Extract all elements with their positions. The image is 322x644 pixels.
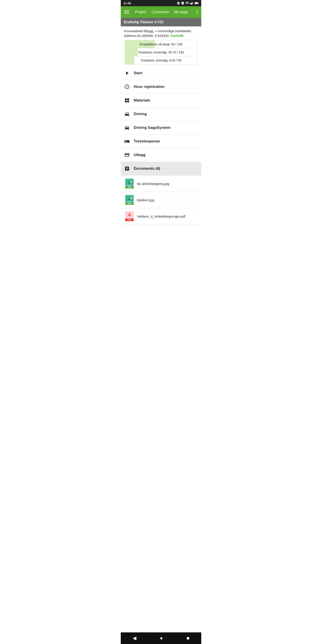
progress-label-2: Trearbeid, utvendig: 6.50 / 50 [125, 58, 197, 62]
progress-label-0: Prosjekttimer så langt: 83 / 200 [125, 42, 197, 46]
car2-icon [124, 125, 130, 130]
menu-item-materials[interactable]: Materials [121, 94, 201, 107]
documents-icon [124, 166, 130, 171]
menu-label-materials: Materials [134, 98, 150, 103]
menu-label-travelexpense: Travelexpense [134, 139, 160, 144]
menu-item-driving[interactable]: Driving [121, 107, 201, 121]
status-time: 11:38 [124, 2, 131, 5]
nav-links: Project Customers My page [133, 8, 193, 16]
doc-item-1[interactable]: JPG Kjokken.jpg [121, 192, 201, 208]
svg-rect-4 [192, 2, 193, 4]
menu-item-travelexpense[interactable]: Travelexpense [121, 134, 201, 148]
signal-icon [190, 2, 194, 5]
documents-list: JPG Ny arbeidstegning.jpg JPG Kjokken.jp… [121, 176, 201, 224]
battery-icon [194, 2, 198, 4]
menu-item-start[interactable]: Start [121, 66, 201, 80]
more-options-button[interactable] [195, 8, 200, 16]
progress-row-2: Trearbeid, utvendig: 6.50 / 50 [125, 56, 197, 64]
status-icons [177, 1, 198, 5]
wifi-icon [185, 2, 189, 5]
menu-label-driving-saga: Driving SagaSystem [134, 126, 170, 130]
status-bar: 11:38 [121, 0, 201, 6]
address-value: 61.458356, 5.816330 [137, 34, 169, 38]
nav-mypage[interactable]: My page [172, 8, 190, 16]
grid-icon [124, 98, 130, 103]
svg-rect-6 [198, 3, 198, 4]
clock-icon [124, 84, 130, 90]
project-info: Grunnarbeid tilbygg, + innvendige trearb… [121, 26, 201, 66]
doc-icon-1: JPG [125, 195, 134, 205]
menu-item-hour-registration[interactable]: Hour registration [121, 80, 201, 94]
project-address: Address:61.458356, 5.816330 -kartsøk [124, 34, 198, 38]
menu-item-driving-saga[interactable]: Driving SagaSystem [121, 121, 201, 134]
svg-point-17 [130, 198, 132, 199]
svg-point-11 [130, 181, 132, 183]
project-title-bar: Enebolig Vieåsen 4 #10 [121, 18, 201, 26]
svg-rect-2 [191, 3, 192, 4]
sim-icon [181, 1, 184, 5]
nav-customers[interactable]: Customers [149, 8, 171, 16]
svg-text:JPG: JPG [128, 202, 132, 204]
play-icon [124, 70, 130, 76]
menu-label-driving: Driving [134, 112, 147, 116]
svg-rect-3 [192, 2, 192, 4]
menu-label-start: Start [134, 71, 142, 75]
menu-label-utlegg: Utlegg [134, 153, 146, 157]
menu-list: Start Hour registration Materials Drivin… [121, 66, 201, 176]
top-nav: Project Customers My page [121, 6, 201, 18]
address-prefix: Address: [124, 34, 137, 38]
doc-name-0: Ny arbeidstegning.jpg [137, 182, 169, 186]
project-title: Enebolig Vieåsen 4 #10 [124, 20, 164, 24]
settings-icon [177, 1, 180, 5]
progress-label-1: Trearbeid, innvendig: 26.70 / 150 [125, 50, 197, 54]
svg-text:A: A [128, 213, 131, 217]
progress-section: Prosjekttimer så langt: 83 / 200 Trearbe… [125, 40, 197, 64]
bed-icon [124, 139, 130, 144]
doc-icon-0: JPG [125, 179, 134, 188]
menu-label-documents: Documents (4) [134, 166, 160, 171]
hamburger-menu[interactable] [122, 9, 131, 16]
doc-item-0[interactable]: JPG Ny arbeidstegning.jpg [121, 176, 201, 192]
menu-item-utlegg[interactable]: Utlegg [121, 148, 201, 162]
svg-rect-1 [190, 3, 191, 4]
car-icon [124, 111, 130, 117]
svg-text:JPG: JPG [128, 186, 132, 188]
svg-rect-7 [195, 2, 198, 4]
progress-row-1: Trearbeid, innvendig: 26.70 / 150 [125, 48, 197, 56]
card-icon [124, 152, 130, 158]
map-link[interactable]: -kartsøk [170, 34, 184, 38]
doc-name-2: Vieåsen_4_Arbeidstegninger.pdf [137, 214, 185, 218]
project-description: Grunnarbeid tilbygg, + innvendige trearb… [124, 29, 198, 33]
menu-item-documents[interactable]: Documents (4) [121, 162, 201, 176]
progress-row-0: Prosjekttimer så langt: 83 / 200 [125, 40, 197, 48]
doc-icon-2: A PDF [125, 211, 134, 221]
svg-text:PDF: PDF [128, 219, 132, 221]
doc-item-2[interactable]: A PDF Vieåsen_4_Arbeidstegninger.pdf [121, 208, 201, 224]
menu-label-hour-registration: Hour registration [134, 84, 164, 89]
nav-project[interactable]: Project [133, 8, 148, 16]
doc-name-1: Kjokken.jpg [137, 198, 154, 202]
svg-rect-0 [182, 2, 184, 4]
